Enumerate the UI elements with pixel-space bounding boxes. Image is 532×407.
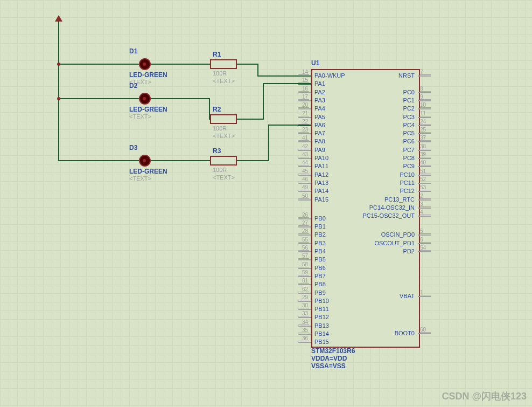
pin-label-PA11: PA11 — [314, 163, 328, 169]
pin-label-PC3: PC3 — [403, 114, 415, 120]
pin-label-PB5: PB5 — [314, 256, 326, 263]
pin-bar — [298, 242, 309, 243]
pin-bar — [420, 99, 431, 100]
pin-bar — [420, 149, 431, 149]
wire — [237, 119, 264, 120]
pin-bar — [298, 132, 309, 133]
pin-bar — [298, 190, 309, 190]
pin-label-PB15: PB15 — [314, 339, 329, 345]
pin-lead — [418, 92, 431, 93]
pin-lead — [298, 166, 311, 167]
pin-lead — [418, 199, 431, 201]
pin-lead — [298, 75, 311, 77]
pin-bar — [298, 300, 309, 300]
pin-lead — [418, 243, 431, 244]
pin-label-PB3: PB3 — [314, 240, 326, 246]
pin-bar — [420, 165, 431, 165]
resistor-r2[interactable] — [210, 114, 237, 124]
pin-label-PA9: PA9 — [314, 147, 325, 153]
pin-label-OSCIN_PD0: OSCIN_PD0 — [381, 231, 415, 238]
pin-bar — [298, 275, 309, 275]
pin-lead — [418, 175, 431, 176]
pin-label-PA3: PA3 — [314, 97, 325, 104]
junction — [57, 97, 60, 100]
pin-label-PB14: PB14 — [314, 330, 329, 337]
pin-lead — [298, 150, 311, 151]
d2-text: <TEXT> — [129, 113, 151, 120]
pin-lead — [418, 108, 431, 109]
pin-label-PC1: PC1 — [403, 97, 415, 104]
pin-label-PA2: PA2 — [314, 89, 325, 95]
pin-bar — [298, 74, 309, 75]
pin-bar — [298, 99, 309, 100]
pin-bar — [298, 198, 309, 199]
pin-label-PA13: PA13 — [314, 180, 328, 186]
pin-lead — [418, 251, 431, 252]
power-arrow — [55, 15, 62, 22]
pin-label-PC2: PC2 — [403, 105, 415, 112]
pin-lead — [298, 191, 311, 192]
pin-label-PC4: PC4 — [403, 122, 415, 128]
resistor-r1[interactable] — [210, 59, 237, 69]
pin-bar — [298, 82, 309, 83]
pin-lead — [298, 175, 311, 176]
pin-label-PB0: PB0 — [314, 215, 326, 222]
pin-lead — [298, 92, 311, 93]
pin-label-VBAT: VBAT — [400, 293, 415, 299]
pin-lead — [418, 117, 431, 118]
pin-lead — [298, 276, 311, 277]
pin-lead — [298, 251, 311, 252]
pin-label-NRST: NRST — [398, 72, 415, 79]
pin-lead — [418, 183, 431, 184]
wire — [58, 98, 139, 99]
r2-text: <TEXT> — [213, 133, 235, 139]
r3-value: 100R — [213, 167, 227, 173]
wire — [58, 160, 139, 161]
r2-ref: R2 — [213, 106, 221, 113]
u1-vdda: VDDA=VDD — [311, 355, 347, 362]
pin-label-PC12: PC12 — [400, 188, 415, 194]
pin-label-PC13_RTC: PC13_RTC — [384, 196, 415, 203]
pin-label-PB1: PB1 — [314, 223, 326, 230]
pin-label-PC15-OSC32_OUT: PC15-OSC32_OUT — [362, 212, 415, 219]
pin-lead — [298, 259, 311, 260]
pin-bar — [420, 124, 431, 125]
pin-label-PB9: PB9 — [314, 289, 326, 296]
pin-lead — [418, 100, 431, 101]
resistor-r3[interactable] — [210, 156, 237, 165]
pin-label-PC5: PC5 — [403, 130, 415, 136]
pin-bar — [420, 206, 431, 207]
pin-lead — [298, 309, 311, 310]
pin-lead — [418, 150, 431, 151]
pin-lead — [298, 334, 311, 335]
pin-bar — [298, 308, 309, 308]
r1-ref: R1 — [213, 51, 221, 58]
pin-bar — [298, 157, 309, 157]
pin-bar — [298, 316, 309, 316]
pin-label-PD2: PD2 — [403, 248, 415, 254]
pin-lead — [298, 100, 311, 101]
pin-lead — [298, 141, 311, 142]
pin-bar — [420, 132, 431, 133]
pin-label-PB11: PB11 — [314, 306, 329, 312]
pin-bar — [298, 258, 309, 259]
pin-label-PA12: PA12 — [314, 171, 328, 178]
pin-lead — [298, 326, 311, 327]
pin-bar — [420, 107, 431, 108]
u1-value: STM32F103R6 — [311, 347, 355, 355]
wire — [268, 125, 269, 161]
wire — [58, 64, 139, 65]
pin-lead — [298, 226, 311, 227]
pin-label-PC11: PC11 — [400, 180, 415, 186]
pin-bar — [298, 225, 309, 226]
pin-label-PC10: PC10 — [400, 171, 415, 178]
pin-label-PA15: PA15 — [314, 196, 328, 203]
pin-label-PA1: PA1 — [314, 80, 325, 87]
pin-bar — [298, 149, 309, 149]
pin-bar — [298, 140, 309, 141]
pin-lead — [418, 141, 431, 142]
pin-bar — [420, 157, 431, 157]
pin-label-PB2: PB2 — [314, 231, 326, 238]
pin-bar — [298, 174, 309, 174]
schematic-canvas[interactable]: D1 LED-GREEN <TEXT> D2 LED-GREEN <TEXT> … — [0, 0, 532, 407]
